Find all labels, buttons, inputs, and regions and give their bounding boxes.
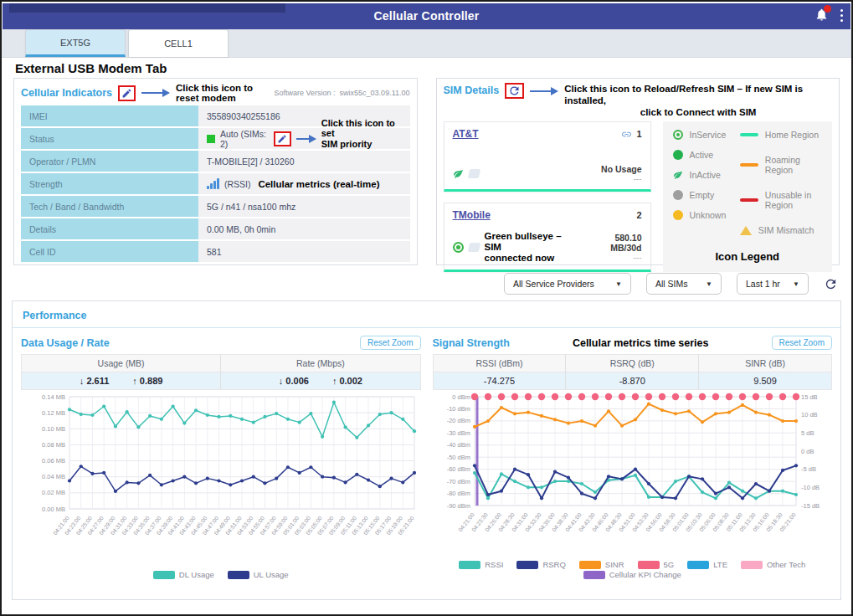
status-green-square-icon [207,135,215,143]
sim-details-panel: SIM Details Click this icon to Reload/Re… [436,78,840,265]
svg-text:0.14 MB: 0.14 MB [42,393,65,401]
service-provider-select[interactable]: All Service Providers▼ [504,273,631,295]
app-title: Cellular Controller [3,9,850,23]
sim-details-title: SIM Details [444,85,500,96]
legend-item-unknown: Unknown [673,210,740,220]
pencil-icon [121,88,132,99]
empty-icon [673,190,683,200]
reset-modem-button[interactable] [118,85,136,101]
icon-legend-caption: Icon Legend [673,250,823,263]
unusable-region-swatch [740,198,758,202]
legend-item-active: Active [673,150,740,160]
svg-text:0.10 MB: 0.10 MB [42,425,65,433]
notifications-bell-icon[interactable] [814,7,830,23]
rate-upload: ↑ 0.002 [332,376,362,386]
bullseye-connected-icon [453,242,464,253]
status-value: Auto (SIMs: 2) [220,129,269,149]
rsrq-header: RSRQ (dB) [566,355,698,372]
strength-value: (RSSI) [224,179,251,189]
leaf-icon [673,170,683,180]
svg-text:0.06 MB: 0.06 MB [42,457,65,465]
signal-strength-card: Signal Strength Cellular metrics time se… [433,331,833,579]
svg-text:0.04 MB: 0.04 MB [42,473,65,480]
tab-bar: EXT5G CELL1 [2,29,851,58]
indicator-row-operator: Operator / PLMN T-MOBILE[2] / 310260 [21,151,410,172]
signal-bars-icon [207,178,219,189]
title-bar: Cellular Controller [3,3,850,29]
chevron-down-icon: ▼ [706,280,712,288]
reload-sim-button[interactable] [505,83,524,99]
svg-text:0.12 MB: 0.12 MB [42,409,65,417]
legend-item-sim-mismatch: SIM Mismatch [740,225,822,235]
svg-text:-60 dBm: -60 dBm [446,465,470,473]
chart-legend-item: DL Usage [153,570,214,579]
signal-strength-title: Signal Strength [433,337,510,349]
signal-stats: RSSI (dBm) -74.275 RSRQ (dB) -8.870 SINR… [433,354,833,390]
chart-legend-item: RSRQ [516,560,565,569]
legend-item-empty: Empty [673,190,740,200]
sim-slot-number: 1 [636,129,641,139]
time-range-select[interactable]: Last 1 hr▼ [737,273,809,295]
refresh-charts-icon[interactable] [824,277,838,291]
tab-ext5g[interactable]: EXT5G [25,29,126,57]
svg-text:5 dB: 5 dB [801,429,814,437]
timeseries-annotation: Cellular metrics time series [573,337,709,349]
svg-text:-30 dBm: -30 dBm [446,429,470,437]
leaf-inactive-icon [453,168,464,179]
roaming-region-swatch [740,163,758,167]
tab-cell1[interactable]: CELL1 [128,29,229,57]
sim-usage-sub: --- [583,253,641,262]
svg-text:-15 dB: -15 dB [801,502,820,510]
cellular-indicators-panel: Cellular Indicators Click this icon to r… [13,78,418,265]
sim-card-tmobile: TMobile 2 Green bullseye – SIM connected… [444,203,651,273]
sim-usage-sub: --- [601,174,641,183]
legend-item-home-region: Home Region [740,130,822,140]
reset-modem-annotation: Click this icon to reset modem [176,83,268,103]
sim-link-tmobile[interactable]: TMobile [453,209,491,221]
rate-header: Rate (Mbps) [221,355,419,372]
svg-text:-10 dB: -10 dB [801,484,820,491]
sim-usage: 580.10 MB/30d [583,233,641,253]
svg-text:-5 dB: -5 dB [801,465,816,473]
sim-tech-icon [467,243,480,252]
indicator-row-details: Details 0.00 MB, 0h 0min [21,218,410,239]
pencil-icon [277,134,287,144]
performance-title: Performance [23,310,86,321]
data-usage-chart[interactable]: 0.00 MB0.02 MB0.04 MB0.06 MB0.08 MB0.10 … [21,392,421,579]
svg-text:-40 dBm: -40 dBm [446,441,470,449]
signal-strength-chart[interactable]: -90 dBm-80 dBm-70 dBm-60 dBm-50 dBm-40 d… [433,392,833,579]
rssi-value: -74.275 [434,372,566,389]
sim-tech-icon [467,169,480,178]
notification-badge [824,5,831,13]
kebab-menu-icon[interactable] [838,8,845,23]
indicator-row-status: Status Auto (SIMs: 2) Click this icon to… [21,128,410,149]
chart-legend-item: SINR [579,560,624,569]
sim-card-att: AT&T 1 No Usage --- [444,121,651,192]
link-icon [621,129,632,140]
chart-legend-item: Cellular KPI Change [583,570,681,579]
svg-text:-70 dBm: -70 dBm [446,478,470,485]
chart-legend-item: 5G [638,560,675,569]
inservice-icon [673,130,683,140]
sim-mismatch-triangle-icon [740,226,752,235]
chevron-down-icon: ▼ [615,280,622,288]
chart-legend-item: RSSI [459,560,503,569]
svg-text:0.08 MB: 0.08 MB [42,441,65,449]
sim-priority-button[interactable] [274,131,291,146]
indicator-row-cellid: Cell ID 581 [21,241,410,262]
sims-select[interactable]: All SIMs▼ [646,273,722,295]
reset-zoom-button[interactable]: Reset Zoom [772,336,832,350]
annotation-arrow [296,138,310,140]
rsrq-value: -8.870 [566,372,698,389]
sim-link-att[interactable]: AT&T [453,128,479,140]
chart-legend-item: UL Usage [228,570,289,579]
data-usage-card: Data Usage / Rate Reset Zoom Usage (MB) … [21,331,421,579]
active-icon [673,150,683,160]
annotation-arrow [141,92,163,94]
svg-text:-10 dBm: -10 dBm [446,405,470,413]
reset-zoom-button[interactable]: Reset Zoom [360,336,420,350]
svg-text:0.02 MB: 0.02 MB [42,489,65,496]
legend-item-inactive: InActive [673,170,740,180]
usage-header: Usage (MB) [22,355,220,372]
legend-item-unusable-region: Unusable in Region [740,190,822,210]
